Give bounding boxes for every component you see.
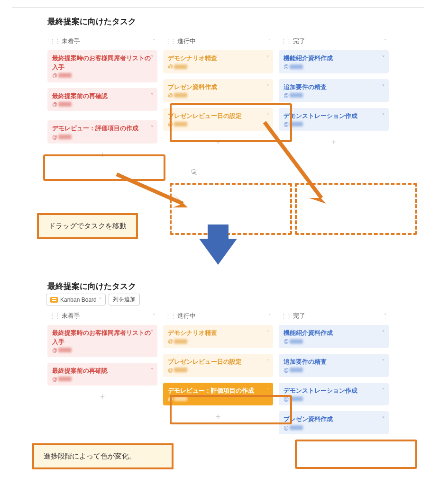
assignee[interactable]: @ — [168, 120, 187, 128]
grip-icon[interactable]: ⋮⋮ — [165, 313, 175, 319]
grip-icon[interactable]: ⋮⋮ — [281, 313, 291, 319]
card-title: デモシナリオ精査 — [168, 54, 268, 63]
chevron-down-icon[interactable]: ˅ — [151, 92, 154, 100]
card-title: 最終提案時のお客様同席者リストの入手 — [52, 329, 153, 347]
assignee[interactable]: @ — [52, 100, 72, 108]
task-card[interactable]: ˅ デモンストレーション作成 @ — [279, 383, 389, 406]
columns: ⋮⋮未着手 ˅ ˅ 最終提案時のお客様同席者リストの入手 @ ˅ 最終提案前の再… — [12, 312, 424, 440]
chevron-down-icon[interactable]: ˅ — [382, 54, 385, 62]
card-title: 追加要件の精査 — [283, 358, 384, 367]
task-card[interactable]: ˅ デモレビュー：評価項目の作成 @ — [163, 383, 273, 406]
column-header[interactable]: ⋮⋮完了 ˅ — [279, 312, 389, 325]
kanban-view-button[interactable]: Kanban Board ˅ — [46, 294, 106, 305]
card-title: 最終提案時のお客様同席者リストの入手 — [52, 54, 153, 72]
card-title: デモンストレーション作成 — [283, 386, 384, 395]
chevron-down-icon[interactable]: ˅ — [268, 313, 271, 319]
task-card[interactable]: ˅ プレゼンレビュー日の設定 @ — [163, 354, 273, 377]
task-card[interactable]: ˅ 最終提案時のお客様同席者リストの入手 @ — [47, 325, 157, 357]
assignee[interactable]: @ — [168, 366, 187, 374]
column-label: 完了 — [293, 38, 305, 45]
chevron-down-icon[interactable]: ˅ — [382, 386, 385, 395]
task-card[interactable]: ˅ プレゼン資料作成 @ — [279, 411, 389, 434]
assignee[interactable]: @ — [52, 375, 72, 383]
column-label: 進行中 — [177, 313, 196, 319]
task-card[interactable]: ˅ 機能紹介資料作成 @ — [279, 50, 389, 73]
chevron-down-icon[interactable]: ˅ — [266, 329, 269, 337]
task-card[interactable]: ˅ 最終提案時のお客様同席者リストの入手 @ — [47, 50, 157, 82]
card-title: 最終提案前の再確認 — [52, 92, 153, 101]
column-header[interactable]: ⋮⋮進行中 ˅ — [163, 312, 273, 325]
task-card[interactable]: ˅ デモレビュー：評価項目の作成 @ — [47, 120, 157, 144]
card-title: デモンストレーション作成 — [283, 112, 384, 121]
task-card[interactable]: ˅ 追加要件の精査 @ — [279, 354, 389, 377]
chevron-down-icon[interactable]: ˅ — [268, 38, 271, 45]
task-card[interactable]: ˅ 機能紹介資料作成 @ — [279, 325, 389, 348]
board-title: 最終提案に向けたタスク — [47, 16, 424, 27]
add-card-button[interactable]: + — [47, 149, 157, 161]
task-card[interactable]: ˅ 追加要件の精査 @ — [279, 79, 389, 102]
assignee[interactable]: @ — [283, 337, 303, 345]
chevron-down-icon[interactable]: ˅ — [266, 358, 269, 366]
chevron-down-icon[interactable]: ˅ — [151, 367, 154, 375]
annotation-text: ドラッグでタスクを移動 — [48, 222, 127, 230]
assignee[interactable]: @ — [52, 72, 72, 80]
assignee[interactable]: @ — [283, 63, 303, 71]
chevron-down-icon[interactable]: ˅ — [384, 38, 387, 45]
chevron-down-icon[interactable]: ˅ — [153, 38, 155, 45]
grip-icon[interactable]: ⋮⋮ — [49, 313, 60, 319]
chevron-down-icon[interactable]: ˅ — [153, 313, 155, 319]
task-card[interactable]: ˅ デモシナリオ精査 @ — [163, 50, 273, 73]
grip-icon[interactable]: ⋮⋮ — [281, 38, 291, 45]
card-title: 追加要件の精査 — [283, 83, 384, 92]
chevron-down-icon[interactable]: ˅ — [382, 329, 385, 337]
assignee[interactable]: @ — [168, 395, 187, 403]
chevron-down-icon[interactable]: ˅ — [266, 386, 269, 395]
chevron-down-icon[interactable]: ˅ — [384, 313, 387, 319]
column-todo: ⋮⋮未着手 ˅ ˅ 最終提案時のお客様同席者リストの入手 @ ˅ 最終提案前の再… — [47, 312, 157, 440]
card-title: プレゼンレビュー日の設定 — [168, 112, 268, 121]
drag-arrow-icon — [117, 174, 197, 217]
assignee[interactable]: @ — [283, 366, 303, 374]
chevron-down-icon[interactable]: ˅ — [382, 83, 385, 91]
chevron-down-icon[interactable]: ˅ — [151, 54, 154, 62]
chevron-down-icon[interactable]: ˅ — [382, 112, 385, 120]
svg-line-0 — [117, 174, 183, 204]
column-header[interactable]: ⋮⋮未着手 ˅ — [47, 312, 157, 325]
column-doing: ⋮⋮進行中 ˅ ˅ デモシナリオ精査 @ ˅ プレゼン資料作成 @ ˅ プレゼン… — [163, 37, 273, 161]
card-title: デモレビュー：評価項目の作成 — [168, 386, 268, 395]
add-column-button[interactable]: 列を追加 — [109, 294, 140, 305]
columns: ⋮⋮未着手 ˅ ˅ 最終提案時のお客様同席者リストの入手 @ ˅ 最終提案前の再… — [12, 37, 424, 161]
assignee[interactable]: @ — [168, 91, 187, 99]
add-card-button[interactable]: + — [163, 136, 273, 148]
task-card[interactable]: ˅ プレゼンレビュー日の設定 @ — [163, 108, 273, 131]
assignee[interactable]: @ — [283, 91, 303, 99]
chevron-down-icon[interactable]: ˅ — [151, 329, 154, 337]
chevron-down-icon[interactable]: ˅ — [151, 124, 154, 132]
chevron-down-icon[interactable]: ˅ — [382, 415, 385, 423]
chevron-down-icon[interactable]: ˅ — [99, 297, 101, 302]
chevron-down-icon[interactable]: ˅ — [266, 54, 269, 62]
task-card[interactable]: ˅ 最終提案前の再確認 @ — [47, 88, 157, 111]
chevron-down-icon[interactable]: ˅ — [382, 358, 385, 366]
column-done: ⋮⋮完了 ˅ ˅ 機能紹介資料作成 @ ˅ 追加要件の精査 @ ˅ デモンストレ… — [279, 312, 389, 440]
assignee[interactable]: @ — [168, 63, 187, 71]
assignee[interactable]: @ — [52, 133, 72, 141]
add-card-button[interactable]: + — [163, 411, 273, 423]
assignee[interactable]: @ — [168, 337, 187, 345]
column-header[interactable]: ⋮⋮未着手 ˅ — [47, 37, 157, 50]
assignee[interactable]: @ — [52, 346, 72, 354]
card-title: デモシナリオ精査 — [168, 329, 268, 338]
chevron-down-icon[interactable]: ˅ — [266, 83, 269, 91]
task-card[interactable]: ˅ 最終提案前の再確認 @ — [47, 363, 157, 386]
column-header[interactable]: ⋮⋮完了 ˅ — [279, 37, 389, 50]
board-title: 最終提案に向けたタスク — [47, 281, 424, 292]
column-header[interactable]: ⋮⋮進行中 ˅ — [163, 37, 273, 50]
add-card-button[interactable]: + — [47, 391, 157, 403]
task-card[interactable]: ˅ デモシナリオ精査 @ — [163, 325, 273, 348]
assignee[interactable]: @ — [283, 395, 303, 403]
assignee[interactable]: @ — [283, 424, 303, 432]
chevron-down-icon[interactable]: ˅ — [266, 112, 269, 120]
grip-icon[interactable]: ⋮⋮ — [49, 38, 60, 45]
grip-icon[interactable]: ⋮⋮ — [165, 38, 175, 45]
task-card[interactable]: ˅ プレゼン資料作成 @ — [163, 79, 273, 102]
